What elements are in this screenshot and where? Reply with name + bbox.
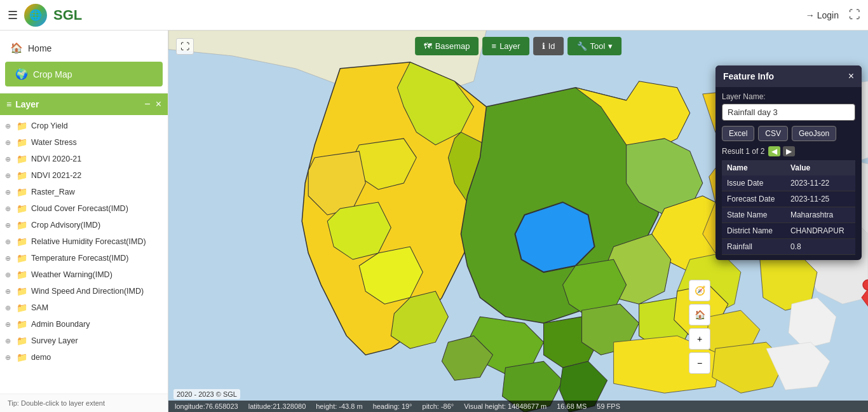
layer-panel-header: ≡ Layer − ×: [0, 93, 168, 115]
tool-dropdown-icon: ▾: [608, 41, 613, 51]
table-cell-value: Maharashtra: [785, 207, 855, 223]
layer-item-ndvi-2021[interactable]: ⊕ 📁 NDVI 2021-22: [0, 167, 168, 184]
layer-item-water-stress[interactable]: ⊕ 📁 Water Stress: [0, 134, 168, 151]
hamburger-icon[interactable]: ☰: [8, 8, 18, 22]
layer-item-crop-yield[interactable]: ⊕ 📁 Crop Yield: [0, 118, 168, 134]
layer-folder-icon: 📁: [17, 319, 27, 329]
layer-folder-icon: 📁: [17, 270, 27, 280]
sidebar: 🏠 Home 🌍 Crop Map ≡ Layer − ×: [0, 31, 168, 412]
layer-button[interactable]: ≡ Layer: [483, 37, 529, 55]
sidebar-item-cropmap[interactable]: 🌍 Crop Map: [5, 62, 163, 86]
layer-panel: ≡ Layer − × ⊕ 📁 Crop Yield ⊕ 📁 Water Str…: [0, 93, 168, 394]
heading-display: heading: 19°: [373, 402, 412, 410]
fullscreen-button[interactable]: ⛶: [849, 8, 860, 22]
map-container[interactable]: ⛶ 🗺 Basemap ≡ Layer ℹ Id 🔧 Tool ▾: [168, 31, 868, 412]
table-row: District Name CHANDRAPUR: [722, 223, 855, 239]
layer-item-ndvi-2020[interactable]: ⊕ 📁 NDVI 2020-21: [0, 151, 168, 167]
nav-prev-button[interactable]: ◀: [768, 146, 780, 156]
fps-display: 59 FPS: [597, 402, 620, 410]
home-label: Home: [28, 43, 51, 53]
compass-button[interactable]: 🧭: [689, 280, 710, 301]
cropmap-icon: 🌍: [15, 68, 28, 80]
layer-expand-icon: ⊕: [5, 155, 13, 163]
table-cell-value: 0.8: [785, 239, 855, 255]
export-geojson-button[interactable]: GeoJson: [792, 126, 836, 141]
layer-folder-icon: 📁: [17, 253, 27, 263]
layer-item-survey-layer[interactable]: ⊕ 📁 Survey Layer: [0, 333, 168, 349]
sidebar-item-home[interactable]: 🏠 Home: [0, 36, 168, 60]
nav-next-button[interactable]: ▶: [783, 146, 795, 156]
home-icon: 🏠: [10, 42, 23, 54]
layer-item-demo[interactable]: ⊕ 📁 demo: [0, 349, 168, 366]
export-excel-button[interactable]: Excel: [722, 126, 754, 141]
cropmap-label: Crop Map: [33, 69, 72, 79]
layer-folder-icon: 📁: [17, 336, 27, 346]
feature-info-close-button[interactable]: ×: [848, 71, 854, 82]
result-text: Result 1 of 2: [722, 147, 764, 156]
home-view-button[interactable]: 🏠: [689, 304, 710, 326]
layer-close-button[interactable]: ×: [156, 99, 161, 110]
layer-item-wind-speed[interactable]: ⊕ 📁 Wind Speed And Direction(IMD): [0, 283, 168, 299]
topbar: ☰ 🌐 SGL → Login ⛶: [0, 0, 868, 31]
layer-btn-label: Layer: [499, 41, 520, 51]
id-button[interactable]: ℹ Id: [533, 37, 564, 55]
layer-item-label: NDVI 2020-21: [31, 154, 81, 163]
layer-item-sam[interactable]: ⊕ 📁 SAM: [0, 299, 168, 316]
table-row: Rainfall 0.8: [722, 239, 855, 255]
layer-expand-icon: ⊕: [5, 238, 13, 246]
layer-expand-icon: ⊕: [5, 221, 13, 230]
basemap-button[interactable]: 🗺 Basemap: [415, 37, 479, 55]
visual-height-display: Visual height: 14848677 m: [464, 402, 546, 410]
layer-item-label: Water Stress: [31, 138, 77, 147]
layer-folder-icon: 📁: [17, 352, 27, 362]
feature-info-body: Layer Name: Excel CSV GeoJson Result 1 o…: [715, 87, 862, 260]
id-label: Id: [548, 41, 555, 51]
layer-expand-icon: ⊕: [5, 188, 13, 196]
layer-item-label: SAM: [31, 303, 48, 312]
layer-expand-icon: ⊕: [5, 139, 13, 147]
export-csv-button[interactable]: CSV: [758, 126, 788, 141]
layer-item-relative-humidity[interactable]: ⊕ 📁 Relative Humidity Forecast(IMD): [0, 233, 168, 250]
layer-panel-title: Layer: [15, 99, 39, 109]
logo-text: SGL: [53, 7, 82, 24]
layer-item-crop-advisory[interactable]: ⊕ 📁 Crop Advisory(IMD): [0, 217, 168, 233]
login-button[interactable]: → Login: [806, 10, 839, 20]
layer-folder-icon: 📁: [17, 237, 27, 247]
layer-item-admin-boundary[interactable]: ⊕ 📁 Admin Boundary: [0, 316, 168, 333]
map-expand-button[interactable]: ⛶: [176, 38, 194, 55]
table-cell-name: Issue Date: [722, 175, 785, 191]
layer-header-controls: − ×: [144, 99, 161, 110]
height-display: height: -43.8 m: [316, 402, 362, 410]
result-navigation: ◀ ▶: [768, 146, 795, 156]
layer-item-weather-warning[interactable]: ⊕ 📁 Weather Warning(IMD): [0, 266, 168, 283]
layer-item-temperature[interactable]: ⊕ 📁 Temperature Forecast(IMD): [0, 250, 168, 266]
layer-item-cloud-cover[interactable]: ⊕ 📁 Cloud Cover Forecast(IMD): [0, 200, 168, 217]
layer-expand-icon: ⊕: [5, 337, 13, 345]
logo-icon: 🌐: [24, 4, 47, 27]
table-cell-name: District Name: [722, 223, 785, 239]
table-row: State Name Maharashtra: [722, 207, 855, 223]
ms-display: 16.68 MS: [557, 402, 587, 410]
zoom-out-button[interactable]: −: [689, 352, 710, 374]
layer-item-label: Admin Boundary: [31, 320, 90, 329]
tool-button[interactable]: 🔧 Tool ▾: [568, 37, 622, 55]
status-bar: longitude:76.658023 latitude:21.328080 h…: [168, 401, 868, 412]
table-cell-value: CHANDRAPUR: [785, 223, 855, 239]
layer-expand-icon: ⊕: [5, 205, 13, 213]
feature-info-header: Feature Info ×: [715, 65, 862, 87]
layer-name-label: Layer Name:: [722, 92, 855, 101]
basemap-icon: 🗺: [424, 41, 432, 51]
layer-folder-icon: 📁: [17, 203, 27, 214]
latitude-display: latitude:21.328080: [248, 402, 306, 410]
layer-item-label: NDVI 2021-22: [31, 171, 81, 180]
table-cell-value: 2023-11-25: [785, 191, 855, 207]
zoom-in-button[interactable]: +: [689, 328, 710, 350]
layer-name-input[interactable]: [722, 104, 855, 121]
layer-item-raster-raw[interactable]: ⊕ 📁 Raster_Raw: [0, 184, 168, 200]
sidebar-footer: Tip: Double-click to layer extent: [0, 394, 168, 412]
layer-item-label: Wind Speed And Direction(IMD): [31, 287, 144, 296]
table-cell-value: 2023-11-22: [785, 175, 855, 191]
layer-minimize-button[interactable]: −: [144, 99, 150, 110]
layer-folder-icon: 📁: [17, 154, 27, 164]
layer-item-label: Raster_Raw: [31, 188, 75, 196]
